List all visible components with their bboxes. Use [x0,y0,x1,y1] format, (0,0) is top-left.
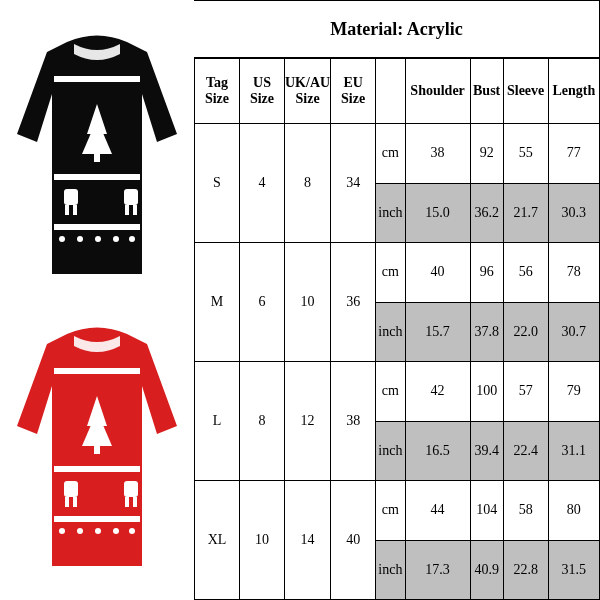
black-christmas-sweater [12,24,182,284]
svg-point-13 [113,236,119,242]
cell-ukau: 14 [285,481,331,600]
cell-length-inch: 30.7 [548,302,599,362]
cell-shoulder-inch: 17.3 [405,540,470,600]
cell-us: 10 [240,481,285,600]
svg-rect-5 [65,205,69,215]
cell-sleeve-inch: 22.4 [503,421,548,481]
svg-point-14 [129,236,135,242]
col-sleeve: Sleeve [503,59,548,124]
cell-ukau: 12 [285,362,331,481]
cell-length-cm: 79 [548,362,599,422]
cell-eu: 36 [331,243,376,362]
svg-point-26 [77,528,83,534]
cell-shoulder-inch: 16.5 [405,421,470,481]
col-tag-size: Tag Size [195,59,240,124]
cell-shoulder-cm: 44 [405,481,470,541]
svg-rect-22 [124,481,138,497]
size-table-body: S4834cm38925577inch15.036.221.730.3M6103… [195,124,600,600]
svg-rect-19 [64,481,78,497]
cell-ukau: 10 [285,243,331,362]
table-row: S4834cm38925577 [195,124,600,184]
cell-bust-cm: 96 [470,243,503,303]
cell-bust-cm: 92 [470,124,503,184]
cell-length-cm: 80 [548,481,599,541]
svg-rect-24 [133,497,137,507]
svg-rect-20 [65,497,69,507]
svg-point-10 [59,236,65,242]
cell-bust-cm: 104 [470,481,503,541]
table-row: XL101440cm441045880 [195,481,600,541]
svg-rect-4 [64,189,78,205]
svg-rect-0 [54,76,140,82]
cell-eu: 34 [331,124,376,243]
cell-length-inch: 31.1 [548,421,599,481]
cell-sleeve-cm: 56 [503,243,548,303]
cell-unit-inch: inch [376,540,405,600]
col-ukau-size: UK/AU Size [285,59,331,124]
cell-shoulder-inch: 15.0 [405,183,470,243]
col-unit [376,59,405,124]
cell-shoulder-inch: 15.7 [405,302,470,362]
cell-tag: XL [195,481,240,600]
cell-length-cm: 77 [548,124,599,184]
col-eu-size: EU Size [331,59,376,124]
col-bust: Bust [470,59,503,124]
cell-sleeve-inch: 21.7 [503,183,548,243]
svg-point-25 [59,528,65,534]
svg-rect-1 [54,174,140,180]
cell-unit-cm: cm [376,362,405,422]
svg-rect-7 [124,189,138,205]
cell-us: 8 [240,362,285,481]
cell-unit-cm: cm [376,124,405,184]
cell-shoulder-cm: 38 [405,124,470,184]
col-length: Length [548,59,599,124]
table-header-row: Tag Size US Size UK/AU Size EU Size Shou… [195,59,600,124]
svg-point-28 [113,528,119,534]
cell-bust-inch: 37.8 [470,302,503,362]
cell-bust-cm: 100 [470,362,503,422]
cell-tag: L [195,362,240,481]
svg-rect-2 [54,224,140,230]
material-header: Material: Acrylic [194,0,600,58]
col-shoulder: Shoulder [405,59,470,124]
cell-shoulder-cm: 40 [405,243,470,303]
svg-rect-23 [125,497,129,507]
cell-sleeve-cm: 55 [503,124,548,184]
svg-rect-6 [73,205,77,215]
size-table-area: Material: Acrylic Tag Size US Size UK/AU… [194,0,600,600]
cell-bust-inch: 40.9 [470,540,503,600]
svg-rect-9 [133,205,137,215]
svg-rect-8 [125,205,129,215]
cell-sleeve-cm: 57 [503,362,548,422]
cell-unit-cm: cm [376,243,405,303]
svg-point-29 [129,528,135,534]
red-christmas-sweater [12,316,182,576]
cell-bust-inch: 36.2 [470,183,503,243]
cell-sleeve-cm: 58 [503,481,548,541]
cell-length-inch: 31.5 [548,540,599,600]
size-table: Tag Size US Size UK/AU Size EU Size Shou… [194,58,600,600]
cell-eu: 38 [331,362,376,481]
cell-bust-inch: 39.4 [470,421,503,481]
size-chart: Material: Acrylic Tag Size US Size UK/AU… [0,0,600,600]
cell-eu: 40 [331,481,376,600]
svg-rect-21 [73,497,77,507]
svg-point-12 [95,236,101,242]
svg-rect-17 [54,516,140,522]
cell-tag: S [195,124,240,243]
cell-unit-cm: cm [376,481,405,541]
cell-ukau: 8 [285,124,331,243]
table-row: L81238cm421005779 [195,362,600,422]
cell-tag: M [195,243,240,362]
svg-point-11 [77,236,83,242]
svg-rect-18 [94,444,100,454]
col-us-size: US Size [240,59,285,124]
product-image-column [0,0,194,600]
cell-sleeve-inch: 22.8 [503,540,548,600]
cell-us: 4 [240,124,285,243]
cell-us: 6 [240,243,285,362]
svg-point-27 [95,528,101,534]
table-row: M61036cm40965678 [195,243,600,303]
cell-length-cm: 78 [548,243,599,303]
cell-unit-inch: inch [376,421,405,481]
